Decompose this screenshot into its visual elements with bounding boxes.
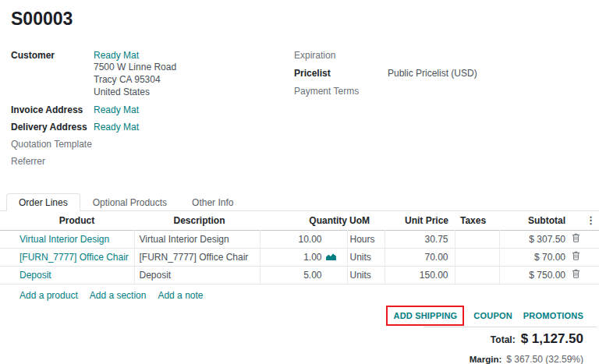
order-actions-row: ADD SHIPPING COUPON PROMOTIONS — [0, 306, 599, 326]
product-link[interactable]: Virtual Interior Design — [19, 234, 109, 245]
order-line-row: [FURN_7777] Office Chair [FURN_7777] Off… — [0, 249, 599, 267]
margin-value: $ 367.50 (32.59%) — [506, 354, 583, 364]
row-handle[interactable] — [0, 231, 14, 249]
address-line: Tracy CA 95304 — [94, 73, 176, 86]
pricelist-label: Pricelist — [294, 68, 388, 79]
promotions-button[interactable]: PROMOTIONS — [523, 311, 583, 320]
totals-separator — [424, 327, 597, 327]
uom-cell[interactable]: Hours — [347, 231, 385, 249]
info-column-left: Customer Ready Mat 7500 W Linne Road Tra… — [11, 50, 294, 173]
product-link[interactable]: [FURN_7777] Office Chair — [19, 252, 129, 263]
add-a-note-link[interactable]: Add a note — [158, 290, 203, 301]
subtotal-cell: $ 70.00 — [499, 249, 569, 267]
trash-column-header — [569, 211, 583, 231]
quantity-cell[interactable]: 1.00 — [260, 249, 347, 267]
quantity-column-header: Quantity — [260, 211, 347, 231]
optional-columns-icon[interactable]: ⋮ — [586, 214, 596, 226]
notebook-tabs: Order Lines Optional Products Other Info — [0, 193, 599, 211]
annotation-highlight-box: ADD SHIPPING — [386, 306, 464, 326]
table-header-row: Product Description Quantity UoM Unit Pr… — [0, 211, 599, 231]
customer-address: 7500 W Linne Road Tracy CA 95304 United … — [94, 61, 176, 98]
unit-price-cell[interactable]: 30.75 — [385, 231, 455, 249]
margin-row: Margin: $ 367.50 (32.59%) — [0, 354, 599, 364]
tab-optional-products[interactable]: Optional Products — [80, 193, 179, 211]
pricelist-value[interactable]: Public Pricelist (USD) — [388, 68, 477, 79]
unit-price-cell[interactable]: 70.00 — [385, 249, 455, 267]
description-column-header: Description — [134, 211, 260, 231]
customer-label: Customer — [11, 50, 94, 98]
info-column-right: Expiration Pricelist Public Pricelist (U… — [294, 50, 588, 173]
field-quotation-template[interactable]: Quotation Template — [11, 139, 294, 150]
payment-terms-label: Payment Terms — [294, 86, 388, 97]
taxes-cell[interactable] — [455, 267, 499, 284]
subtotal-column-header: Subtotal — [499, 211, 569, 231]
order-info-section: Customer Ready Mat 7500 W Linne Road Tra… — [0, 50, 599, 173]
address-line: 7500 W Linne Road — [94, 61, 176, 73]
expiration-label: Expiration — [294, 50, 388, 61]
total-label: Total: — [491, 334, 516, 345]
order-line-row: Deposit Deposit 5.00 Units 150.00 $ 750.… — [0, 267, 599, 284]
field-referrer[interactable]: Referrer — [11, 156, 294, 167]
invoice-address-link[interactable]: Ready Mat — [94, 104, 139, 115]
field-payment-terms[interactable]: Payment Terms — [294, 86, 588, 97]
delivery-address-label: Delivery Address — [11, 122, 94, 133]
unit-price-cell[interactable]: 150.00 — [385, 267, 455, 284]
row-handle[interactable] — [0, 267, 14, 284]
coupon-button[interactable]: COUPON — [473, 311, 512, 320]
subtotal-cell: $ 307.50 — [499, 231, 569, 249]
uom-cell[interactable]: Units — [347, 249, 385, 267]
field-customer: Customer Ready Mat 7500 W Linne Road Tra… — [11, 50, 294, 98]
line-add-links: Add a product Add a section Add a note — [0, 290, 599, 301]
taxes-cell[interactable] — [455, 231, 499, 249]
unit-price-column-header: Unit Price — [385, 211, 455, 231]
order-lines-table: Product Description Quantity UoM Unit Pr… — [0, 211, 599, 284]
total-row: Total: $ 1,127.50 — [0, 331, 599, 347]
add-shipping-button[interactable]: ADD SHIPPING — [393, 311, 457, 320]
margin-label: Margin: — [470, 355, 502, 364]
field-invoice-address: Invoice Address Ready Mat — [11, 104, 294, 115]
delivery-address-link[interactable]: Ready Mat — [94, 122, 139, 133]
delete-row-icon[interactable] — [569, 231, 583, 249]
taxes-cell[interactable] — [455, 249, 499, 267]
description-cell[interactable]: [FURN_7777] Office Chair — [134, 249, 260, 267]
field-expiration[interactable]: Expiration — [294, 50, 588, 61]
taxes-column-header: Taxes — [455, 211, 499, 231]
description-cell[interactable]: Virtual Interior Design — [134, 231, 260, 249]
delete-row-icon[interactable] — [569, 249, 583, 267]
quantity-cell[interactable]: 10.00 — [260, 231, 347, 249]
quantity-cell[interactable]: 5.00 — [260, 267, 347, 284]
forecast-chart-icon[interactable] — [325, 253, 337, 261]
tab-order-lines[interactable]: Order Lines — [6, 193, 80, 211]
delete-row-icon[interactable] — [569, 267, 583, 284]
referrer-label: Referrer — [11, 156, 94, 167]
sale-order-form: S00003 Customer Ready Mat 7500 W Linne R… — [0, 0, 599, 364]
subtotal-cell: $ 750.00 — [499, 267, 569, 284]
total-value: $ 1,127.50 — [521, 331, 583, 347]
quotation-template-label: Quotation Template — [11, 139, 94, 150]
field-delivery-address: Delivery Address Ready Mat — [11, 122, 294, 133]
tab-other-info[interactable]: Other Info — [179, 193, 246, 211]
uom-cell[interactable]: Units — [347, 267, 385, 284]
invoice-address-label: Invoice Address — [11, 104, 94, 115]
add-a-product-link[interactable]: Add a product — [19, 290, 78, 301]
field-pricelist: Pricelist Public Pricelist (USD) — [294, 68, 588, 79]
handle-column-header — [0, 211, 14, 231]
product-column-header: Product — [14, 211, 134, 231]
row-handle[interactable] — [0, 249, 14, 267]
order-line-row: Virtual Interior Design Virtual Interior… — [0, 231, 599, 249]
address-line: United States — [94, 86, 176, 98]
customer-link[interactable]: Ready Mat — [94, 50, 139, 61]
page-title: S00003 — [11, 9, 599, 28]
description-cell[interactable]: Deposit — [134, 267, 260, 284]
product-link[interactable]: Deposit — [19, 270, 51, 281]
uom-column-header: UoM — [347, 211, 385, 231]
add-a-section-link[interactable]: Add a section — [90, 290, 147, 301]
